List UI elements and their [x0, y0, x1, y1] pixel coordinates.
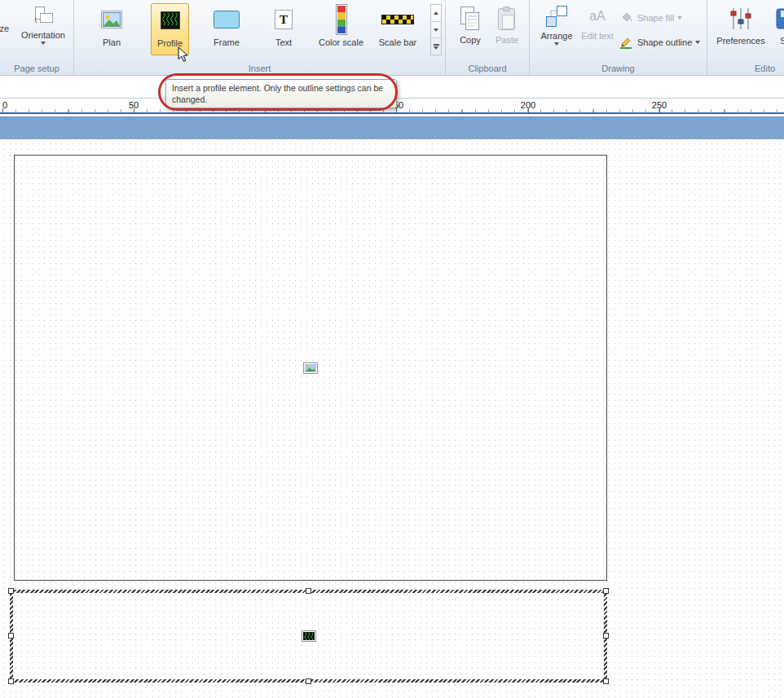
orientation-button[interactable]: Orientation: [16, 2, 70, 56]
plan-icon: [100, 3, 123, 36]
arrange-icon: [544, 3, 569, 29]
chevron-down-icon: [554, 42, 559, 46]
edit-text-icon: aA: [589, 3, 606, 29]
layout-canvas[interactable]: [0, 139, 784, 698]
arrange-label: Arrange: [540, 31, 572, 41]
ruler-tick: [659, 108, 660, 112]
copy-label: Copy: [460, 35, 481, 45]
text-button[interactable]: T Text: [262, 3, 306, 55]
selection-handle-nw[interactable]: [8, 588, 14, 594]
copy-button[interactable]: Copy: [454, 4, 487, 55]
color-scale-label: Color scale: [319, 37, 363, 47]
scale-bar-label: Scale bar: [379, 37, 416, 47]
save-button[interactable]: Sa: [769, 3, 784, 55]
group-page-setup: ize Orientation Page setup: [0, 0, 74, 75]
frame-button[interactable]: Frame: [205, 3, 249, 55]
selection-handle-se[interactable]: [603, 678, 609, 684]
shape-outline-icon: [619, 36, 634, 49]
selection-handle-w[interactable]: [8, 633, 14, 639]
insert-gallery-scroll: [430, 4, 442, 55]
chevron-down-icon: [41, 42, 46, 45]
copy-icon: [458, 4, 482, 33]
edit-text-button[interactable]: aA Edit text: [579, 3, 616, 57]
profile-label: Profile: [157, 38, 183, 48]
edit-text-label: Edit text: [581, 31, 614, 41]
gallery-scroll-down-button[interactable]: [431, 22, 441, 39]
ruler-tick: [265, 108, 266, 112]
text-icon: T: [274, 3, 293, 36]
ruler-tick: [134, 108, 134, 112]
arrange-button[interactable]: Arrange: [538, 3, 575, 57]
shape-fill-icon: [619, 11, 634, 24]
profile-placeholder-icon: [302, 630, 316, 642]
plan-label: Plan: [103, 37, 121, 47]
shape-outline-label: Shape outline: [637, 37, 692, 47]
chevron-down-icon: [434, 46, 438, 50]
size-button[interactable]: ize: [0, 24, 9, 33]
save-label: Sa: [780, 36, 784, 46]
scale-bar-button[interactable]: Scale bar: [374, 3, 421, 55]
selection-handle-s[interactable]: [306, 678, 311, 684]
plan-button[interactable]: Plan: [90, 3, 134, 55]
group-clipboard: Copy Paste Clipboard: [446, 0, 530, 75]
selection-handle-sw[interactable]: [8, 678, 14, 684]
orientation-label: Orientation: [21, 30, 65, 40]
frame-icon: [213, 3, 240, 36]
selection-handle-n[interactable]: [306, 588, 311, 594]
shape-outline-button[interactable]: Shape outline: [619, 34, 700, 50]
profile-element-selected[interactable]: [10, 590, 607, 683]
preferences-label: Preferences: [716, 36, 764, 46]
chevron-up-icon: [434, 11, 438, 15]
save-icon: [776, 3, 784, 34]
canvas-top-band: [0, 116, 784, 139]
group-label-page-setup: Page setup: [0, 64, 73, 73]
ruler-tick: [2, 108, 3, 112]
color-scale-button[interactable]: Color scale: [318, 3, 364, 55]
scale-bar-icon: [381, 3, 414, 36]
gallery-scroll-up-button[interactable]: [431, 5, 441, 22]
ruler-tick: [396, 108, 397, 112]
preferences-button[interactable]: Preferences: [716, 3, 766, 55]
paste-label: Paste: [496, 35, 518, 45]
orientation-icon: [33, 2, 54, 29]
chevron-down-icon: [677, 16, 682, 20]
svg-text:T: T: [280, 13, 288, 26]
group-editor: Preferences Sa Edito: [707, 0, 784, 75]
chevron-down-icon: [695, 41, 700, 44]
paste-icon: [495, 4, 519, 33]
frame-label: Frame: [214, 37, 240, 47]
gallery-more-button[interactable]: [431, 38, 441, 55]
group-label-insert: Insert: [74, 64, 445, 73]
preferences-icon: [729, 3, 753, 34]
plan-element[interactable]: [14, 155, 607, 581]
shape-fill-button[interactable]: Shape fill: [619, 10, 682, 26]
ribbon: ize Orientation Page setup: [0, 0, 784, 76]
group-label-clipboard: Clipboard: [446, 64, 529, 73]
group-label-drawing: Drawing: [530, 64, 707, 73]
profile-button-tooltip: Insert a profile element. Only the outli…: [165, 79, 397, 108]
group-insert: Plan Profile Frame: [74, 0, 446, 75]
profile-button[interactable]: Profile: [151, 3, 189, 55]
ruler-tick: [528, 108, 529, 112]
group-drawing: Arrange aA Edit text Shape fill: [530, 0, 707, 75]
text-label: Text: [275, 37, 292, 47]
color-scale-icon: [335, 3, 348, 36]
plan-placeholder-icon: [303, 362, 318, 374]
shape-fill-label: Shape fill: [637, 13, 674, 23]
profile-icon: [159, 4, 182, 37]
chevron-down-icon: [434, 29, 438, 32]
group-label-editor: Edito: [755, 64, 775, 73]
paste-button[interactable]: Paste: [491, 4, 523, 55]
selection-handle-ne[interactable]: [603, 588, 609, 594]
selection-handle-e[interactable]: [603, 633, 609, 639]
more-bar: [434, 44, 439, 46]
